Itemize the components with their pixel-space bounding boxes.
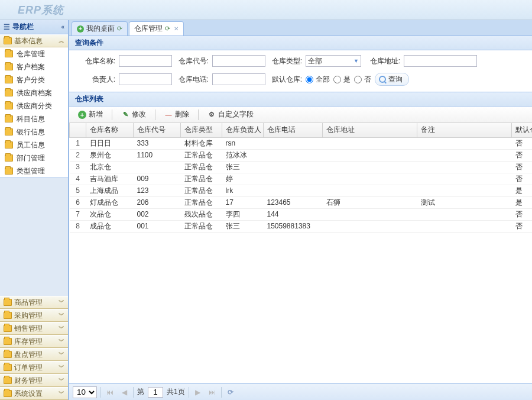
sidebar-item-bank[interactable]: 银行信息 <box>0 125 68 138</box>
accordion-check[interactable]: 盘点管理︾ <box>0 348 68 361</box>
table-row[interactable]: 2 泉州仓 1100 正常品仓 范冰冰 否 <box>70 149 533 161</box>
add-button[interactable]: +新增 <box>73 108 108 121</box>
tab-desktop[interactable]: + 我的桌面 ⟳ <box>72 21 128 36</box>
col-type[interactable]: 仓库类型 <box>181 123 222 137</box>
table-row[interactable]: 8 成品仓 001 正常品仓 张三 15059881383 否 <box>70 220 533 232</box>
input-warehouse-addr[interactable] <box>404 55 477 67</box>
prev-page-button[interactable]: ◀ <box>119 387 129 398</box>
select-warehouse-type[interactable]: 全部 ▼ <box>306 55 361 67</box>
query-form: 仓库名称: 仓库代号: 仓库类型: 全部 ▼ 仓库地址: 负责人: <box>69 50 532 92</box>
folder-icon <box>4 390 12 397</box>
sidebar-title: 导航栏 <box>12 22 34 32</box>
col-note[interactable]: 备注 <box>417 123 512 137</box>
page-label: 第 <box>137 387 144 397</box>
sidebar-item-department[interactable]: 部门管理 <box>0 151 68 164</box>
search-button[interactable]: 查询 <box>375 73 409 86</box>
accordion-goods[interactable]: 商品管理︾ <box>0 296 68 309</box>
table-row[interactable]: 6 灯成品仓 206 正常品仓 17 123465 石狮 测试 是 <box>70 196 533 208</box>
chevron-down-icon: ︾ <box>59 376 64 385</box>
folder-icon <box>5 102 13 109</box>
sidebar-item-warehouse[interactable]: 仓库管理 <box>0 47 68 60</box>
close-icon[interactable]: ✕ <box>174 25 179 32</box>
folder-icon <box>5 115 13 122</box>
sidebar-item-supplier-category[interactable]: 供应商分类 <box>0 99 68 112</box>
refresh-button[interactable]: ⟳ <box>225 387 236 398</box>
tab-warehouse[interactable]: 仓库管理 ⟳ ✕ <box>129 21 184 36</box>
col-name[interactable]: 仓库名称 <box>86 123 134 137</box>
folder-icon <box>5 63 13 70</box>
chevron-down-icon: ︾ <box>59 324 64 333</box>
list-panel-title: 仓库列表 <box>69 92 532 107</box>
label-warehouse-addr: 仓库地址: <box>365 56 400 66</box>
col-rownum[interactable] <box>70 123 86 137</box>
pencil-icon: ✎ <box>121 111 129 119</box>
folder-icon <box>4 338 12 345</box>
folder-icon <box>5 128 13 136</box>
radio-yes[interactable]: 是 <box>333 75 351 85</box>
chevron-down-icon: ︾ <box>59 389 64 398</box>
folder-icon <box>5 154 13 162</box>
folder-icon <box>5 89 13 96</box>
sidebar-item-customer-category[interactable]: 客户分类 <box>0 73 68 86</box>
last-page-button[interactable]: ⏭ <box>207 387 218 398</box>
col-owner[interactable]: 仓库负责人 <box>222 123 264 137</box>
label-warehouse-code: 仓库代号: <box>176 56 209 66</box>
col-default[interactable]: 默认仓库 <box>512 123 533 137</box>
next-page-button[interactable]: ▶ <box>193 387 203 398</box>
refresh-icon[interactable]: ⟳ <box>165 25 170 33</box>
input-phone[interactable] <box>212 73 265 85</box>
label-phone: 仓库电话: <box>176 75 209 85</box>
delete-button[interactable]: —删除 <box>159 108 194 121</box>
page-input[interactable] <box>148 387 163 398</box>
sidebar-item-supplier-archive[interactable]: 供应商档案 <box>0 86 68 99</box>
minus-icon: — <box>164 111 173 119</box>
folder-icon <box>4 37 12 44</box>
label-default: 默认仓库: <box>269 75 302 85</box>
col-phone[interactable]: 仓库电话 <box>264 123 323 137</box>
folder-icon <box>4 364 12 371</box>
refresh-icon[interactable]: ⟳ <box>117 25 122 33</box>
table-row[interactable]: 3 北京仓 正常品仓 张三 否 <box>70 161 533 173</box>
sidebar-item-subject[interactable]: 科目信息 <box>0 112 68 125</box>
accordion-basic-info[interactable]: 基本信息 ︽ <box>0 34 68 47</box>
accordion-stock[interactable]: 库存管理︾ <box>0 335 68 348</box>
accordion-order[interactable]: 订单管理︾ <box>0 361 68 374</box>
folder-icon <box>4 325 12 332</box>
sidebar-item-customer-archive[interactable]: 客户档案 <box>0 60 68 73</box>
label-owner: 负责人: <box>82 75 115 85</box>
first-page-button[interactable]: ⏮ <box>105 387 115 398</box>
table-header-row: 仓库名称 仓库代号 仓库类型 仓库负责人 仓库电话 仓库地址 备注 默认仓库 <box>70 123 533 137</box>
accordion-sales[interactable]: 销售管理︾ <box>0 322 68 335</box>
table-row[interactable]: 1 日日日 333 材料仓库 rsn 否 <box>70 137 533 149</box>
total-pages: 共1页 <box>167 387 185 397</box>
col-addr[interactable]: 仓库地址 <box>323 123 417 137</box>
accordion-system[interactable]: 系统设置︾ <box>0 387 68 400</box>
edit-button[interactable]: ✎修改 <box>116 108 151 121</box>
custom-field-button[interactable]: ⚙自定义字段 <box>202 108 259 121</box>
folder-icon <box>5 167 13 175</box>
input-warehouse-name[interactable] <box>119 55 172 67</box>
folder-icon <box>4 351 12 358</box>
data-grid[interactable]: 仓库名称 仓库代号 仓库类型 仓库负责人 仓库电话 仓库地址 备注 默认仓库 1… <box>69 123 532 383</box>
table-row[interactable]: 5 上海成品 123 正常品仓 lrk 是 <box>70 185 533 196</box>
input-owner[interactable] <box>119 73 172 85</box>
pager: 10 ⏮ ◀ 第 共1页 ▶ ⏭ ⟳ <box>69 383 532 400</box>
table-row[interactable]: 7 次品仓 002 残次品仓 李四 144 否 <box>70 208 533 220</box>
collapse-icon[interactable]: « <box>61 24 64 30</box>
accordion-purchase[interactable]: 采购管理︾ <box>0 309 68 322</box>
folder-icon <box>4 312 12 319</box>
radio-no[interactable]: 否 <box>354 75 371 85</box>
sidebar-item-employee[interactable]: 员工信息 <box>0 138 68 151</box>
accordion-finance[interactable]: 财务管理︾ <box>0 374 68 387</box>
input-warehouse-code[interactable] <box>212 55 265 67</box>
table-row[interactable]: 4 吉马酒库 009 正常品仓 婷 否 <box>70 173 533 185</box>
chevron-down-icon: ︾ <box>59 350 64 359</box>
plus-icon: + <box>77 25 84 33</box>
radio-all[interactable]: 全部 <box>306 75 330 85</box>
sidebar-item-type[interactable]: 类型管理 <box>0 164 68 178</box>
divider <box>112 109 112 120</box>
col-code[interactable]: 仓库代号 <box>134 123 181 137</box>
folder-icon <box>5 76 13 83</box>
chevron-down-icon: ︾ <box>59 337 64 346</box>
page-size-select[interactable]: 10 <box>73 386 97 398</box>
